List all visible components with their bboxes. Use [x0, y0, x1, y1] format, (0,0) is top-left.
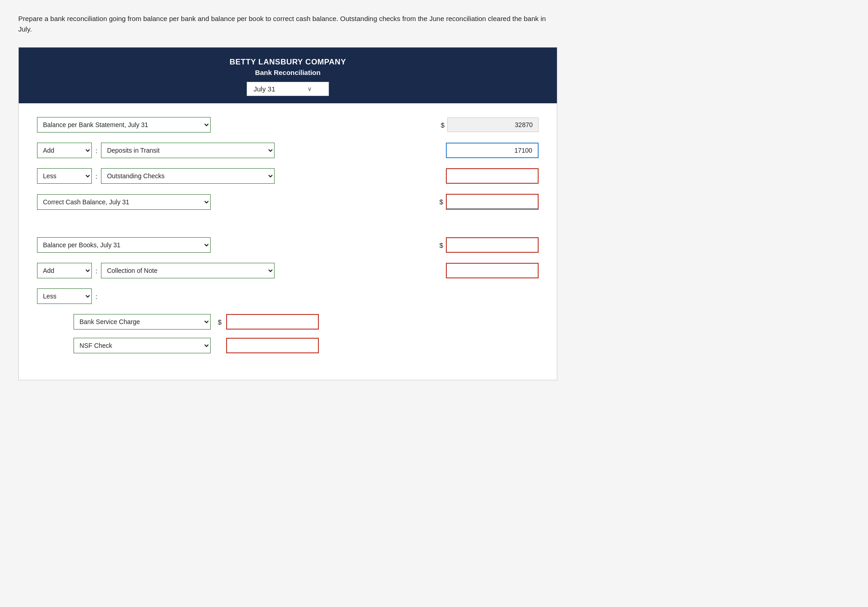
bank-balance-amount: 32870	[447, 117, 539, 132]
bank-charge-dollar: $	[215, 318, 222, 326]
date-dropdown[interactable]: July 31 ∨	[247, 82, 329, 96]
books-balance-dollar: $	[437, 241, 443, 249]
bank-balance-row: Balance per Bank Statement, July 31 $ 32…	[37, 117, 539, 133]
less-colon: :	[95, 293, 97, 300]
less-row: Less Add :	[37, 288, 539, 304]
header-section: BETTY LANSBURY COMPANY Bank Reconciliati…	[19, 48, 557, 103]
nsf-check-select[interactable]: NSF Check	[74, 338, 211, 353]
correct-balance-bank-select[interactable]: Correct Cash Balance, July 31	[37, 194, 211, 210]
nsf-check-input[interactable]	[226, 338, 319, 353]
bank-balance-dollar: $	[438, 121, 445, 129]
less-outstanding-colon: :	[95, 172, 97, 180]
correct-balance-bank-row: Correct Cash Balance, July 31 $	[37, 194, 539, 210]
add-deposits-row: Add Less : Deposits in Transit	[37, 143, 539, 158]
less-select[interactable]: Less Add	[37, 288, 92, 304]
nsf-check-row: NSF Check $	[74, 338, 539, 353]
books-balance-input[interactable]	[446, 237, 539, 253]
add-collection-row: Add Less : Collection of Note	[37, 263, 539, 278]
body-section: Balance per Bank Statement, July 31 $ 32…	[19, 103, 557, 380]
books-balance-right: $	[437, 237, 539, 253]
add-collection-select[interactable]: Add Less	[37, 263, 92, 278]
correct-balance-bank-right: $	[437, 194, 539, 210]
correct-balance-bank-dollar: $	[437, 198, 443, 206]
less-outstanding-row: Less Add : Outstanding Checks	[37, 168, 539, 184]
collection-amount-input[interactable]	[446, 263, 539, 278]
reconciliation-container: BETTY LANSBURY COMPANY Bank Reconciliati…	[18, 47, 557, 380]
deposits-type-select[interactable]: Deposits in Transit	[101, 143, 275, 158]
deposits-right	[446, 143, 539, 158]
intro-text: Prepare a bank reconciliation going from…	[18, 14, 557, 34]
date-chevron-icon: ∨	[307, 85, 312, 92]
outstanding-type-select[interactable]: Outstanding Checks	[101, 168, 275, 184]
less-outstanding-select[interactable]: Less Add	[37, 168, 92, 184]
add-collection-colon: :	[95, 267, 97, 275]
add-deposits-colon: :	[95, 147, 97, 154]
collection-right	[446, 263, 539, 278]
bank-charge-input[interactable]	[226, 314, 319, 330]
doc-subtitle: Bank Reconciliation	[28, 69, 548, 76]
deposits-amount-input[interactable]	[446, 143, 539, 158]
collection-type-select[interactable]: Collection of Note	[101, 263, 275, 278]
bank-charge-select[interactable]: Bank Service Charge	[74, 314, 211, 330]
outstanding-right	[446, 168, 539, 184]
bank-balance-select[interactable]: Balance per Bank Statement, July 31	[37, 117, 211, 133]
outstanding-amount-input[interactable]	[446, 168, 539, 184]
bank-charge-row: Bank Service Charge $	[74, 314, 539, 330]
books-balance-select[interactable]: Balance per Books, July 31	[37, 237, 211, 253]
correct-balance-bank-input[interactable]	[446, 194, 539, 210]
add-deposits-select[interactable]: Add Less	[37, 143, 92, 158]
books-balance-row: Balance per Books, July 31 $	[37, 237, 539, 253]
company-title: BETTY LANSBURY COMPANY	[28, 58, 548, 67]
bank-balance-right: $ 32870	[438, 117, 539, 132]
date-label: July 31	[254, 85, 275, 93]
